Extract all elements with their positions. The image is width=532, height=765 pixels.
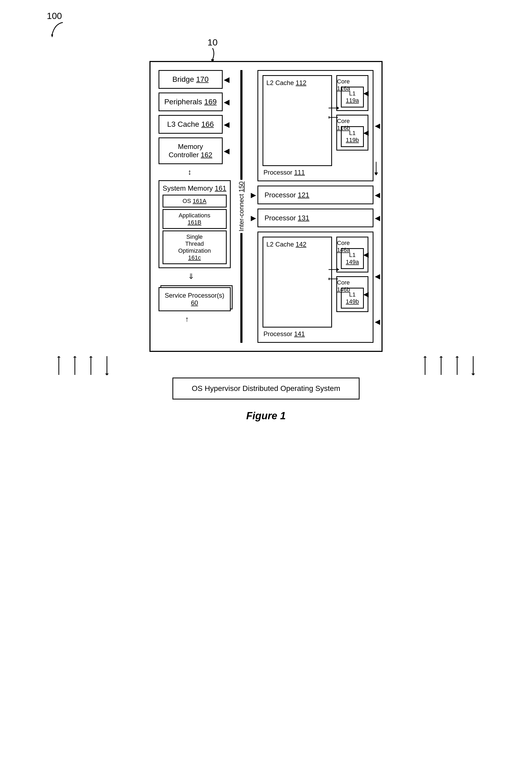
cores-111-area: Core 116a L1 119a ◀ [336, 75, 369, 166]
memctrl-arrow-icon: ◀ [224, 147, 230, 155]
l2-112-ref: 112 [296, 79, 306, 86]
sys-mem-ref: 161 [215, 184, 226, 192]
core-116b-box: Core 116b L1 119b ◀ [336, 115, 369, 151]
os-ref: 161A [193, 198, 207, 204]
core-116a-arrow-icon: ◀ [363, 89, 369, 97]
bridge-arrow-icon: ◀ [224, 75, 230, 84]
page-container: 100 10 Bridge 170 [25, 11, 507, 422]
proc-131-ref: 131 [298, 214, 309, 222]
core-116a-box: Core 116a L1 119a ◀ [336, 75, 369, 111]
proc-141-label-text: Processor [264, 330, 292, 338]
svg-marker-15 [73, 356, 77, 358]
svc-up-arrow-icon: ↑ [159, 315, 231, 324]
processor-131-box: Processor 131 ◀ ▶ [258, 209, 374, 227]
svg-marker-17 [89, 356, 93, 358]
core-146b-label: Core [337, 279, 350, 286]
processor-141-box: L2 Cache 142 [258, 232, 374, 343]
bottom-arrow-4-icon [103, 356, 111, 378]
l3cache-box: L3 Cache 166 [159, 115, 223, 134]
os-item: OS 161A [163, 195, 227, 208]
l2cache-112-box: L2 Cache 112 [263, 75, 332, 166]
peripherals-ref: 169 [204, 98, 217, 106]
core-116b-arrow-icon: ◀ [363, 129, 369, 137]
right-panel: L2 Cache 112 [250, 70, 374, 343]
core-146b-title: Core 146b [337, 279, 364, 293]
apps-item: Applications 161B [163, 209, 227, 229]
memctrl-ref: 162 [201, 151, 212, 159]
core-146a-label: Core [337, 240, 350, 246]
l1-149a-ref: 149a [346, 259, 359, 265]
core-116b-label: Core [337, 118, 350, 124]
sto-ref: 161c [188, 254, 201, 261]
bottom-arrow-8-icon [469, 356, 477, 378]
l3cache-arrow-icon: ◀ [224, 120, 230, 129]
l2-142-ref: 142 [296, 241, 306, 248]
proc-111-ref: 111 [294, 169, 305, 176]
bridge-row: Bridge 170 ◀ [159, 70, 231, 89]
svg-marker-27 [471, 374, 475, 376]
l3cache-label: L3 Cache [167, 120, 199, 128]
svg-marker-11 [328, 278, 329, 280]
peripherals-box: Peripherals 169 [159, 93, 223, 111]
bridge-label: Bridge [173, 75, 194, 83]
proc-141-inner: L2 Cache 142 [263, 237, 369, 328]
bottom-arrows-row [39, 356, 493, 378]
os-label: OS [183, 198, 191, 204]
proc-111-down-arrow-icon [372, 162, 380, 175]
dbl-arrow-icon: ↕ [159, 168, 231, 177]
label-100: 100 [47, 11, 62, 21]
figure-text: Figure 1 [246, 410, 286, 421]
main-diagram: Bridge 170 ◀ Peripherals 169 ◀ [150, 61, 383, 352]
dbl-arrow2-icon: ⇓ [159, 272, 231, 281]
bottom-arrow-7-icon [453, 356, 461, 378]
proc-121-label: Processor 121 [265, 191, 309, 199]
peripherals-row: Peripherals 169 ◀ [159, 93, 231, 111]
proc-131-right-arrow-icon: ◀ [375, 214, 380, 222]
proc-141-ref: 141 [294, 330, 305, 338]
sto-label: SingleThreadOptimization [178, 234, 211, 254]
right-arrows-group [421, 356, 477, 378]
svc-proc-label: Service Processor(s) [165, 292, 224, 299]
bridge-ref: 170 [196, 75, 209, 83]
hypervisor-row: OS Hypervisor Distributed Operating Syst… [39, 378, 493, 399]
l2-112-label: L2 Cache [266, 79, 294, 86]
svg-marker-7 [374, 173, 378, 175]
cores-141-area: Core 146a L1 149a ◀ [336, 237, 369, 328]
l2-142-label: L2 Cache [266, 241, 294, 248]
core-116b-ref: 116b [337, 125, 350, 131]
peripherals-arrow-icon: ◀ [224, 98, 230, 106]
core-146a-title: Core 146a [337, 240, 364, 254]
hypervisor-label: OS Hypervisor Distributed Operating Syst… [192, 384, 340, 392]
proc-131-left-arrow-icon: ▶ [251, 214, 256, 222]
l1-119a-ref: 119a [346, 97, 359, 104]
core-146a-arrow-icon: ◀ [363, 251, 369, 259]
memctrl-label: Memory Controller [169, 143, 203, 159]
proc-141-bottom-arrow-icon: ◀ [375, 318, 380, 326]
proc-111-label: Processor 111 [263, 169, 369, 176]
figure-label: Figure 1 [246, 410, 286, 422]
svg-marker-25 [455, 356, 459, 358]
memctrl-row: Memory Controller 162 ◀ [159, 137, 231, 164]
bottom-arrow-5-icon [421, 356, 429, 378]
memctrl-box: Memory Controller 162 [159, 137, 223, 164]
svc-proc-box: Service Processor(s) 60 [159, 287, 231, 311]
apps-ref: 161B [188, 219, 201, 226]
bottom-section: OS Hypervisor Distributed Operating Syst… [39, 356, 493, 399]
l2cache-142-box: L2 Cache 142 [263, 237, 332, 328]
arrow-100-icon [49, 21, 71, 37]
l3cache-ref: 166 [201, 120, 214, 128]
left-panel: Bridge 170 ◀ Peripherals 169 ◀ [159, 70, 234, 343]
sys-mem-label: System Memory [163, 184, 213, 192]
core-146b-arrow-icon: ◀ [363, 290, 369, 299]
svg-marker-5 [328, 116, 329, 119]
hypervisor-box: OS Hypervisor Distributed Operating Syst… [173, 378, 359, 399]
bottom-arrow-1-icon [55, 356, 63, 378]
proc-121-label-text: Processor [265, 191, 296, 199]
l3cache-row: L3 Cache 166 ◀ [159, 115, 231, 134]
svc-proc-ref: 60 [191, 299, 198, 307]
proc-131-label: Processor 131 [265, 214, 309, 222]
core-146b-ref: 146b [337, 286, 350, 293]
arrow-10-icon [205, 48, 221, 61]
proc-141-right-arrow-icon: ◀ [375, 272, 380, 281]
svg-marker-19 [105, 374, 109, 376]
